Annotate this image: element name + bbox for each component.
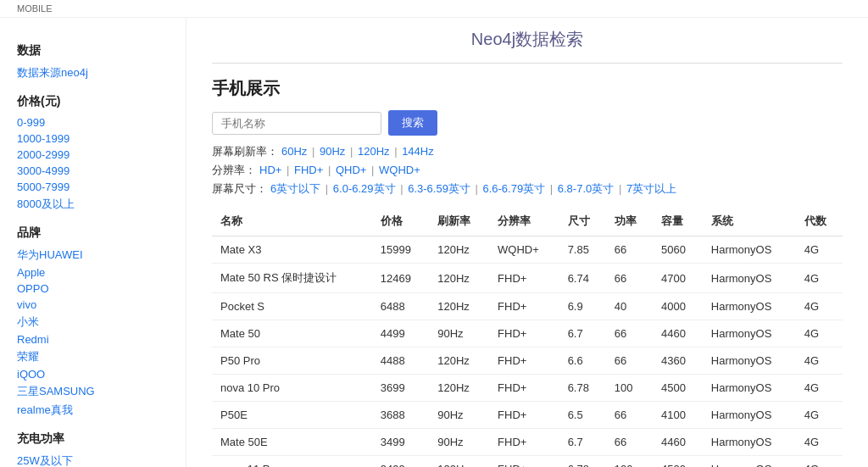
filter-option[interactable]: WQHD+	[379, 164, 420, 176]
table-cell: 3699	[372, 375, 429, 402]
sidebar-link[interactable]: realme真我	[17, 401, 169, 420]
table-cell: 4G	[796, 320, 843, 347]
table-cell: 6.74	[559, 264, 606, 293]
sidebar-link[interactable]: 0-999	[17, 114, 169, 131]
filter-separator: |	[322, 182, 331, 195]
table-cell: FHD+	[489, 402, 559, 429]
filter-option[interactable]: 6英寸以下	[270, 182, 320, 195]
table-cell: 4G	[796, 293, 843, 320]
table-cell: 3688	[372, 402, 429, 429]
sidebar-link[interactable]: 5000-7999	[17, 179, 169, 195]
table-row[interactable]: Mate 50449990HzFHD+6.7664460HarmonyOS4G	[212, 320, 843, 347]
sidebar-link[interactable]: iQOO	[17, 366, 169, 382]
table-row[interactable]: Mate 50E349990HzFHD+6.7664460HarmonyOS4G	[212, 429, 843, 456]
table-cell: 100	[606, 456, 653, 468]
sidebar-link[interactable]: Apple	[17, 264, 169, 281]
table-cell: 66	[606, 264, 653, 293]
table-cell: FHD+	[489, 456, 559, 468]
filter-screen-size: 屏幕尺寸：6英寸以下 | 6.0-6.29英寸 | 6.3-6.59英寸 | 6…	[212, 181, 843, 197]
table-cell: 4360	[653, 347, 703, 375]
table-cell: WQHD+	[489, 236, 559, 264]
table-cell: HarmonyOS	[703, 320, 796, 347]
sidebar-link[interactable]: 1000-1999	[17, 131, 169, 147]
filter-option[interactable]: 144Hz	[402, 145, 434, 158]
sidebar-link[interactable]: 8000及以上	[17, 195, 169, 214]
table-cell: 4500	[653, 375, 703, 402]
filter-label: 屏幕刷新率：	[212, 145, 278, 158]
table-cell: 120Hz	[429, 375, 489, 402]
sidebar-link[interactable]: 三星SAMSUNG	[17, 382, 169, 401]
sidebar-link[interactable]: vivo	[17, 297, 169, 313]
table-cell: 66	[606, 347, 653, 375]
sidebar-section-title: 品牌	[17, 225, 169, 241]
table-cell: nova 10 Pro	[212, 375, 372, 402]
table-header-cell: 功率	[606, 207, 653, 236]
sidebar-link[interactable]: 华为HUAWEI	[17, 246, 169, 264]
sidebar-link[interactable]: OPPO	[17, 281, 169, 297]
filter-option[interactable]: 120Hz	[358, 145, 390, 158]
filter-option[interactable]: 6.0-6.29英寸	[333, 182, 396, 195]
sidebar-link[interactable]: 荣耀	[17, 347, 169, 366]
sidebar-link[interactable]: 3000-4999	[17, 163, 169, 179]
sidebar: 数据数据来源neo4j价格(元)0-9991000-19992000-29993…	[0, 18, 186, 467]
table-cell: 100	[606, 375, 653, 402]
table-cell: 4500	[653, 456, 703, 468]
table-cell: HarmonyOS	[703, 347, 796, 375]
table-cell: 4G	[796, 236, 843, 264]
filter-option[interactable]: 6.8-7.0英寸	[558, 182, 614, 195]
table-cell: 4G	[796, 456, 843, 468]
table-row[interactable]: nova 11 Pro3499120HzFHD+6.781004500Harmo…	[212, 456, 843, 468]
filter-option[interactable]: FHD+	[294, 164, 323, 176]
table-cell: FHD+	[489, 293, 559, 320]
sidebar-link[interactable]: Redmi	[17, 331, 169, 347]
search-input[interactable]	[212, 112, 381, 135]
table-cell: 7.85	[559, 236, 606, 264]
table-cell: 4100	[653, 402, 703, 429]
table-row[interactable]: nova 10 Pro3699120HzFHD+6.781004500Harmo…	[212, 375, 843, 402]
table-cell: 4700	[653, 264, 703, 293]
table-row[interactable]: Mate X315999120HzWQHD+7.85665060HarmonyO…	[212, 236, 843, 264]
filter-separator: |	[283, 164, 292, 176]
filter-resolution: 分辨率：HD+ | FHD+ | QHD+ | WQHD+	[212, 163, 843, 178]
sidebar-link[interactable]: 25W及以下	[17, 452, 169, 467]
table-cell: FHD+	[489, 347, 559, 375]
table-cell: 90Hz	[429, 429, 489, 456]
table-cell: 6.5	[559, 402, 606, 429]
table-cell: 66	[606, 320, 653, 347]
table-cell: HarmonyOS	[703, 456, 796, 468]
filter-option[interactable]: 6.3-6.59英寸	[408, 182, 470, 195]
sidebar-link[interactable]: 2000-2999	[17, 147, 169, 163]
table-cell: 90Hz	[429, 320, 489, 347]
table-cell: FHD+	[489, 429, 559, 456]
filter-separator: |	[325, 164, 334, 176]
table-cell: 6.7	[559, 429, 606, 456]
filter-separator: |	[547, 182, 556, 195]
table-row[interactable]: P50E368890HzFHD+6.5664100HarmonyOS4G	[212, 402, 843, 429]
sidebar-link[interactable]: 小米	[17, 313, 169, 331]
table-header-cell: 价格	[372, 207, 429, 236]
table-cell: HarmonyOS	[703, 429, 796, 456]
table-cell: Mate 50 RS 保时捷设计	[212, 264, 372, 293]
filter-option[interactable]: HD+	[259, 164, 281, 176]
filter-option[interactable]: 6.6-6.79英寸	[482, 182, 545, 195]
table-row[interactable]: Pocket S6488120HzFHD+6.9404000HarmonyOS4…	[212, 293, 843, 320]
table-cell: 4488	[372, 347, 429, 375]
main-content: Neo4j数据检索 手机展示 搜索 屏幕刷新率：60Hz | 90Hz | 12…	[186, 18, 868, 467]
filter-option[interactable]: QHD+	[336, 164, 366, 176]
filter-option[interactable]: 7英寸以上	[626, 182, 676, 195]
table-cell: 6.7	[559, 320, 606, 347]
table-cell: 4G	[796, 375, 843, 402]
table-header-cell: 刷新率	[429, 207, 489, 236]
table-cell: 3499	[372, 429, 429, 456]
filter-option[interactable]: 60Hz	[281, 145, 307, 158]
search-button[interactable]: 搜索	[388, 110, 437, 136]
sidebar-link[interactable]: 数据来源neo4j	[17, 64, 169, 82]
filter-option[interactable]: 90Hz	[320, 145, 345, 158]
table-cell: 4G	[796, 429, 843, 456]
table-row[interactable]: P50 Pro4488120HzFHD+6.6664360HarmonyOS4G	[212, 347, 843, 375]
table-row[interactable]: Mate 50 RS 保时捷设计12469120HzFHD+6.74664700…	[212, 264, 843, 293]
table-cell: FHD+	[489, 264, 559, 293]
table-cell: 120Hz	[429, 293, 489, 320]
table-cell: 5060	[653, 236, 703, 264]
table-cell: 3499	[372, 456, 429, 468]
